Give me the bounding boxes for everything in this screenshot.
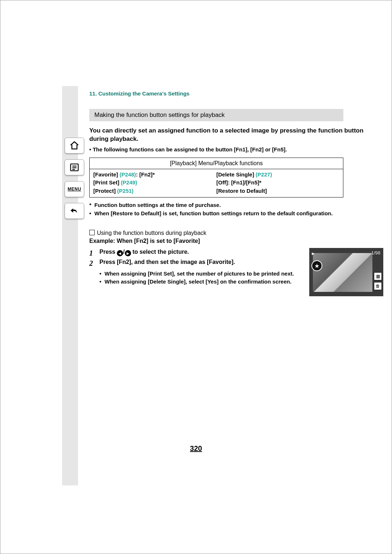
bullet-dot: • [99, 270, 105, 278]
steps-left: 1 Press ◂/▸ to select the picture. 2 Pre… [89, 248, 306, 286]
sub-intro: • The following functions can be assigne… [89, 146, 383, 152]
asterisk: * [259, 179, 261, 186]
page: MENU 11. Customizing the Camera's Settin… [0, 0, 392, 554]
functions-table: [Playback] Menu/Playback functions [Favo… [89, 158, 343, 198]
breadcrumb: 11. Customizing the Camera's Settings [89, 90, 383, 97]
note-text: When [Restore to Default] is set, functi… [94, 209, 333, 218]
page-link[interactable]: (P248) [120, 171, 136, 178]
bullet-dot: • [99, 278, 105, 286]
menu-icon[interactable]: MENU [65, 181, 84, 197]
image-counter: 1/98 [371, 250, 380, 256]
table-right-col: [Delete Single] (P227) [Off]: [Fn1]/[Fn5… [216, 171, 339, 195]
slash: / [123, 249, 124, 255]
delete-icon: 🗑 [374, 282, 382, 290]
example-line: Example: When [Fn2] is set to [Favorite] [89, 238, 383, 244]
usage-title-text: Using the function buttons during playba… [97, 230, 207, 236]
cell-label: [Delete Single] [216, 171, 256, 178]
preview-image [313, 253, 372, 292]
right-arrow-icon: ▸ [125, 250, 131, 256]
back-icon[interactable] [65, 203, 84, 219]
step-text: Press [99, 249, 117, 255]
breadcrumb-number: 11. [89, 90, 97, 97]
menu-label: MENU [68, 187, 81, 192]
step-2: 2 Press [Fn2], and then set the image as… [89, 258, 306, 268]
cell-text: [Restore to Default] [216, 187, 339, 195]
table-header: [Playback] Menu/Playback functions [90, 158, 343, 169]
page-link[interactable]: (P251) [117, 188, 134, 194]
cell-label: [Print Set] [93, 179, 121, 186]
thumbnail-icon: ▦ [374, 272, 382, 280]
home-icon[interactable] [65, 138, 84, 154]
sidebar-icons: MENU [65, 138, 84, 219]
usage-block: Using the function buttons during playba… [89, 230, 383, 296]
intro-text: You can directly set an assigned functio… [89, 126, 383, 143]
note-mark: * [89, 201, 94, 209]
step-number: 2 [89, 258, 99, 268]
section-heading: Making the function button settings for … [89, 109, 343, 121]
step-text: Press [Fn2], and then set the image as [… [99, 258, 235, 268]
contents-icon[interactable] [65, 159, 84, 175]
cell-label: [Favorite] [93, 171, 120, 178]
playback-icon: ▸ [312, 250, 318, 257]
bullet-text: When assigning [Delete Single], select [… [105, 278, 291, 286]
breadcrumb-title: Customizing the Camera's Settings [98, 90, 189, 97]
page-link[interactable]: (P227) [256, 171, 272, 178]
cell-text: [Off]: [Fn1]/[Fn5] [216, 179, 259, 186]
camera-preview: ▸ ★ 1/98 ▦ 🗑 [309, 248, 383, 296]
content-area: 11. Customizing the Camera's Settings Ma… [89, 90, 383, 296]
note-bullet: • [89, 209, 94, 218]
left-arrow-icon: ◂ [117, 250, 123, 256]
step-number: 1 [89, 248, 99, 258]
page-number-value: 320 [190, 444, 202, 452]
step-text: to select the picture. [131, 249, 189, 255]
cell-label: [Protect] [93, 188, 117, 194]
note-text: Function button settings at the time of … [94, 201, 221, 209]
cell-after: : [Fn2] [136, 171, 153, 178]
usage-title: Using the function buttons during playba… [89, 230, 383, 236]
page-link[interactable]: (P249) [121, 179, 137, 186]
page-number: 320 [0, 444, 392, 453]
square-bullet-icon [89, 230, 95, 235]
asterisk: * [152, 171, 155, 178]
bullet-text: When assigning [Print Set], set the numb… [105, 270, 294, 278]
table-notes: * Function button settings at the time o… [89, 201, 383, 217]
table-left-col: [Favorite] (P248): [Fn2]* [Print Set] (P… [93, 171, 216, 195]
step-1: 1 Press ◂/▸ to select the picture. [89, 248, 306, 258]
step-bullets: • When assigning [Print Set], set the nu… [89, 270, 306, 286]
